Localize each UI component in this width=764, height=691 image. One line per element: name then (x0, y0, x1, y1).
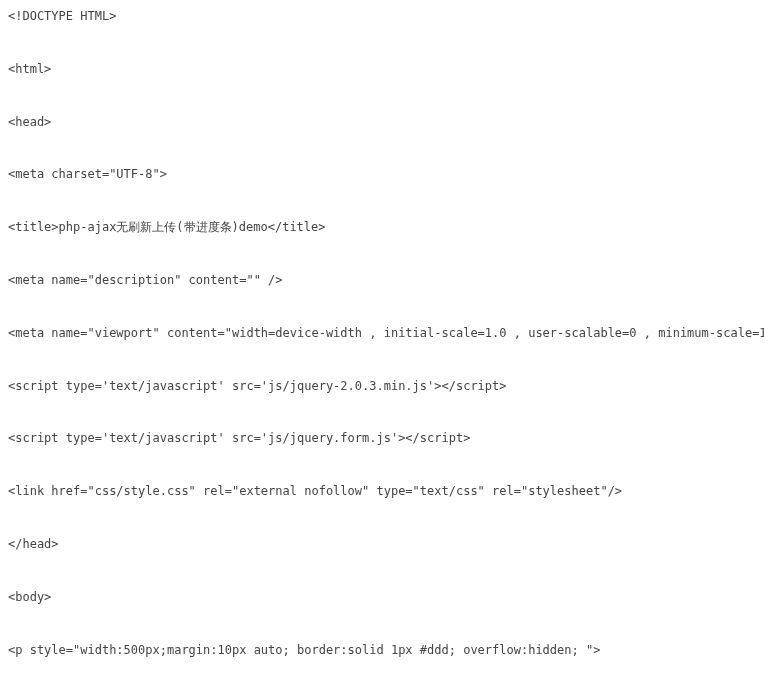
code-line: <meta name="viewport" content="width=dev… (8, 325, 756, 342)
code-block: <!DOCTYPE HTML><html><head><meta charset… (8, 8, 756, 691)
code-line: <meta charset="UTF-8"> (8, 166, 756, 183)
code-line: <script type='text/javascript' src='js/j… (8, 430, 756, 447)
code-line: <body> (8, 589, 756, 606)
code-line: <html> (8, 61, 756, 78)
code-line: </head> (8, 536, 756, 553)
code-line: <p style="width:500px;margin:10px auto; … (8, 642, 756, 659)
code-line: <head> (8, 114, 756, 131)
code-line: <link href="css/style.css" rel="external… (8, 483, 756, 500)
code-line: <title>php-ajax无刷新上传(带进度条)demo</title> (8, 219, 756, 236)
code-line: <!DOCTYPE HTML> (8, 8, 756, 25)
code-line: <script type='text/javascript' src='js/j… (8, 378, 756, 395)
code-line: <meta name="description" content="" /> (8, 272, 756, 289)
